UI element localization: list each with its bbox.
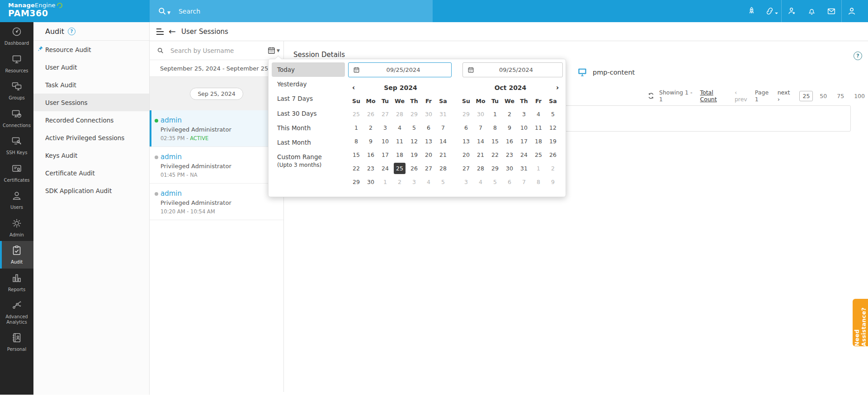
calendar-day[interactable]: 29 <box>349 175 363 189</box>
start-date-input[interactable] <box>360 66 447 73</box>
calendar-day[interactable]: 7 <box>436 121 450 134</box>
next-page-button[interactable]: next › <box>778 89 793 103</box>
calendar-day[interactable]: 5 <box>407 121 421 134</box>
calendar-day[interactable]: 29 <box>459 107 473 121</box>
calendar-day[interactable]: 19 <box>546 134 560 148</box>
calendar-day[interactable]: 29 <box>407 107 421 121</box>
calendar-day[interactable]: 18 <box>392 148 407 161</box>
calendar-day[interactable]: 24 <box>517 148 531 161</box>
session-user-link[interactable]: admin <box>160 189 279 198</box>
sidebar-item-advanced-analytics[interactable]: Advanced Analytics <box>0 296 33 328</box>
calendar-day[interactable]: 28 <box>392 107 407 121</box>
audit-menu-item-sdk-application-audit[interactable]: SDK Application Audit <box>33 182 149 199</box>
calendar-day[interactable]: 12 <box>407 134 421 148</box>
resource-row[interactable]: pmp-content <box>577 68 635 77</box>
calendar-day[interactable]: 30 <box>363 175 378 189</box>
back-arrow-icon[interactable]: ← <box>169 27 176 36</box>
calendar-day[interactable]: 29 <box>488 161 502 175</box>
calendar-day[interactable]: 30 <box>502 161 517 175</box>
user-icon[interactable] <box>842 0 862 22</box>
calendar-day[interactable]: 3 <box>378 121 392 134</box>
calendar-day[interactable]: 27 <box>421 161 436 175</box>
audit-menu-item-user-sessions[interactable]: User Sessions <box>33 94 149 111</box>
calendar-day[interactable]: 4 <box>421 175 436 189</box>
user-star-icon[interactable] <box>782 0 802 22</box>
calendar-day[interactable]: 17 <box>517 134 531 148</box>
sidebar-item-ssh-keys[interactable]: SSH Keys <box>0 132 33 159</box>
menu-toggle-icon[interactable] <box>156 28 164 35</box>
brand-logo[interactable]: ManageEngine PAM360 <box>8 2 56 18</box>
calendar-day[interactable]: 25 <box>349 107 363 121</box>
calendar-day[interactable]: 12 <box>546 121 560 134</box>
calendar-day[interactable]: 3 <box>407 175 421 189</box>
calendar-day[interactable]: 20 <box>421 148 436 161</box>
sidebar-item-personal[interactable]: Personal <box>0 328 33 356</box>
calendar-prev-icon[interactable]: ‹ <box>349 82 358 94</box>
calendar-day[interactable]: 6 <box>421 121 436 134</box>
page-size-100[interactable]: 100 <box>851 91 868 101</box>
calendar-day[interactable]: 30 <box>473 107 488 121</box>
date-filter-button[interactable]: ▼ <box>267 46 280 55</box>
start-date-field[interactable] <box>348 62 452 77</box>
end-date-field[interactable] <box>462 62 563 77</box>
calendar-day[interactable]: 7 <box>473 121 488 134</box>
link-icon[interactable] <box>761 0 781 22</box>
session-list-item[interactable]: admin Privileged Administrator 02:35 PM … <box>150 110 283 147</box>
calendar-day[interactable]: 9 <box>546 175 560 189</box>
preset-last-month[interactable]: Last Month <box>272 135 345 150</box>
global-search-bar[interactable]: ▼ <box>150 0 433 22</box>
sidebar-item-dashboard[interactable]: Dashboard <box>0 22 33 50</box>
calendar-day[interactable]: 2 <box>392 175 407 189</box>
sidebar-item-connections[interactable]: Connections <box>0 104 33 132</box>
total-count-link[interactable]: Total Count <box>700 89 730 103</box>
calendar-day[interactable]: 5 <box>436 175 450 189</box>
calendar-next-icon[interactable]: › <box>553 82 562 94</box>
mail-icon[interactable] <box>821 0 841 22</box>
end-date-input[interactable] <box>474 66 558 73</box>
preset-yesterday[interactable]: Yesterday <box>272 77 345 91</box>
calendar-day[interactable]: 6 <box>459 121 473 134</box>
calendar-day[interactable]: 21 <box>473 148 488 161</box>
preset-last-7-days[interactable]: Last 7 Days <box>272 91 345 106</box>
calendar-day[interactable]: 10 <box>378 134 392 148</box>
audit-menu-item-user-audit[interactable]: User Audit <box>33 58 149 76</box>
calendar-day[interactable]: 6 <box>502 175 517 189</box>
calendar-day[interactable]: 28 <box>473 161 488 175</box>
sidebar-item-groups[interactable]: Groups <box>0 77 33 104</box>
calendar-day[interactable]: 21 <box>436 148 450 161</box>
rocket-icon[interactable] <box>741 0 761 22</box>
page-size-50[interactable]: 50 <box>816 91 830 101</box>
calendar-day[interactable]: 7 <box>517 175 531 189</box>
calendar-day[interactable]: 31 <box>517 161 531 175</box>
audit-menu-item-recorded-connections[interactable]: Recorded Connections <box>33 111 149 129</box>
calendar-day[interactable]: 16 <box>363 148 378 161</box>
audit-menu-item-active-privileged-sessions[interactable]: Active Privileged Sessions <box>33 129 149 146</box>
sidebar-item-audit[interactable]: Audit <box>0 241 33 269</box>
calendar-day[interactable]: 13 <box>459 134 473 148</box>
calendar-day[interactable]: 27 <box>378 107 392 121</box>
calendar-day[interactable]: 14 <box>473 134 488 148</box>
need-assistance-tab[interactable]: Need Assistance? <box>853 299 868 346</box>
sidebar-item-admin[interactable]: Admin <box>0 214 33 241</box>
calendar-day[interactable]: 4 <box>473 175 488 189</box>
calendar-day[interactable]: 1 <box>378 175 392 189</box>
calendar-day[interactable]: 4 <box>531 107 546 121</box>
sidebar-item-resources[interactable]: Resources <box>0 50 33 77</box>
calendar-day[interactable]: 9 <box>363 134 378 148</box>
calendar-day[interactable]: 30 <box>421 107 436 121</box>
sidebar-item-certificates[interactable]: Certificates <box>0 159 33 187</box>
calendar-day[interactable]: 25 <box>531 148 546 161</box>
global-search-input[interactable] <box>179 8 368 15</box>
audit-menu-item-keys-audit[interactable]: Keys Audit <box>33 146 149 164</box>
preset-this-month[interactable]: This Month <box>272 121 345 135</box>
page-size-75[interactable]: 75 <box>834 91 847 101</box>
calendar-day[interactable]: 11 <box>531 121 546 134</box>
calendar-day[interactable]: 1 <box>488 107 502 121</box>
bell-icon[interactable] <box>802 0 821 22</box>
calendar-day[interactable]: 2 <box>502 107 517 121</box>
audit-help-icon[interactable]: ? <box>68 28 75 35</box>
calendar-day[interactable]: 1 <box>531 161 546 175</box>
calendar-day[interactable]: 24 <box>378 161 392 175</box>
calendar-day[interactable]: 5 <box>546 107 560 121</box>
audit-menu-item-task-audit[interactable]: Task Audit <box>33 76 149 94</box>
